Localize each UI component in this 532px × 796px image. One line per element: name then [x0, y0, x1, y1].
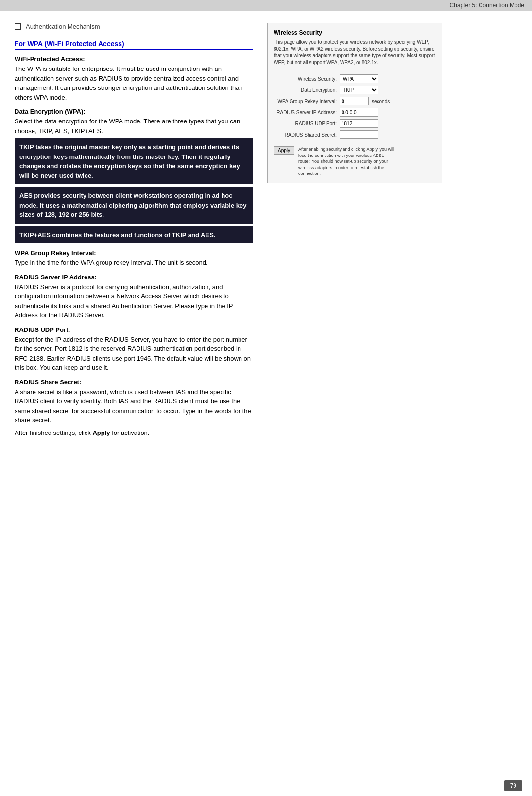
radius-server-ip-row: RADIUS Server IP Address:	[274, 108, 436, 117]
apply-note: After enabling security and clicking App…	[298, 146, 395, 177]
tkip-block: TKIP takes the original master key only …	[15, 138, 253, 184]
apply-divider	[274, 142, 436, 142]
radius-udp-text: Except for the IP address of the RADIUS …	[15, 335, 253, 373]
apply-inline-bold: Apply	[92, 429, 110, 436]
wireless-security-select[interactable]: WPA	[340, 74, 378, 83]
after-settings-text: After finished settings, click Apply for…	[15, 428, 253, 438]
page-number: 79	[504, 780, 522, 791]
radius-udp-label: RADIUS UDP Port:	[15, 326, 253, 333]
after-text-2: for activation.	[110, 429, 150, 436]
wpa-group-rekey-field-label: WPA Group Rekey Interval:	[274, 99, 337, 104]
wireless-panel: Wireless Security This page allow you to…	[267, 23, 442, 183]
main-content: Authentication Mechanism For WPA (Wi-Fi …	[0, 11, 532, 469]
panel-divider	[274, 71, 436, 71]
wifi-protected-label: WiFi-Protected Access:	[15, 55, 253, 63]
radius-secret-label: RADIUS Share Secret:	[15, 379, 253, 386]
radius-server-ip-field-label: RADIUS Server IP Address:	[274, 110, 337, 115]
radius-shared-field-label: RADIUS Shared Secret:	[274, 132, 337, 138]
auth-mechanism-checkbox[interactable]	[15, 23, 21, 30]
radius-udp-input[interactable]	[340, 119, 378, 128]
wifi-protected-text: The WPA is suitable for enterprises. It …	[15, 64, 253, 102]
wireless-security-field-label: Wireless Security:	[274, 76, 337, 82]
wireless-security-row: Wireless Security: WPA	[274, 74, 436, 83]
after-text-1: After finished settings, click	[15, 429, 92, 436]
data-encryption-select[interactable]: TKIP	[340, 86, 378, 94]
wpa-group-rekey-text: Type in the time for the WPA group rekey…	[15, 258, 253, 268]
wpa-group-rekey-row: WPA Group Rekey Interval: seconds	[274, 97, 436, 105]
auth-mechanism-row: Authentication Mechanism	[15, 23, 253, 30]
radius-ip-text: RADIUS Server is a protocol for carrying…	[15, 282, 253, 320]
radius-shared-row: RADIUS Shared Secret:	[274, 130, 436, 139]
apply-row: Apply After enabling security and clicki…	[274, 146, 436, 177]
radius-server-ip-input[interactable]	[340, 108, 378, 117]
auth-mechanism-label: Authentication Mechanism	[26, 23, 100, 30]
tkip-aes-block: TKIP+AES combines the features and funct…	[15, 226, 253, 244]
chapter-header: Chapter 5: Connection Mode	[0, 0, 532, 11]
data-encryption-field-label: Data Encryption:	[274, 87, 337, 93]
radius-secret-text: A share secret is like a password, which…	[15, 387, 253, 425]
wireless-panel-desc: This page allow you to protect your wire…	[274, 39, 436, 66]
wpa-section-heading: For WPA (Wi-Fi Protected Access)	[15, 40, 253, 50]
data-encryption-label: Data Encryption (WPA):	[15, 108, 253, 115]
chapter-title: Chapter 5: Connection Mode	[450, 2, 524, 9]
wpa-group-rekey-label: WPA Group Rekey Interval:	[15, 249, 253, 257]
radius-ip-label: RADIUS Server IP Address:	[15, 274, 253, 281]
wireless-panel-title: Wireless Security	[274, 29, 436, 36]
apply-button[interactable]: Apply	[274, 146, 294, 155]
radius-shared-input[interactable]	[340, 130, 378, 139]
aes-block: AES provides security between client wor…	[15, 187, 253, 224]
data-encryption-text: Select the data encryption for the WPA m…	[15, 117, 253, 136]
data-encryption-row: Data Encryption: TKIP	[274, 86, 436, 94]
seconds-label: seconds	[372, 99, 390, 104]
left-column: Authentication Mechanism For WPA (Wi-Fi …	[15, 23, 253, 440]
wpa-group-rekey-input[interactable]	[340, 97, 369, 105]
right-column: Wireless Security This page allow you to…	[267, 23, 442, 440]
radius-udp-field-label: RADIUS UDP Port:	[274, 121, 337, 126]
radius-udp-row: RADIUS UDP Port:	[274, 119, 436, 128]
